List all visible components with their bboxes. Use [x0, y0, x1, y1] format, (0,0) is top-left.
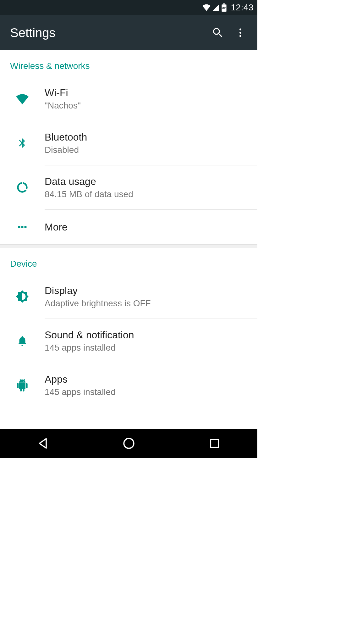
overflow-menu-button[interactable] — [229, 21, 252, 44]
row-subtitle: 145 apps installed — [45, 387, 252, 397]
row-subtitle: Disabled — [45, 145, 252, 155]
svg-rect-0 — [223, 3, 225, 4]
section-device: Device Display Adaptive brightness is OF… — [0, 248, 257, 407]
more-vert-icon — [235, 27, 246, 38]
wifi-icon — [15, 93, 29, 104]
section-header-wireless: Wireless & networks — [0, 50, 257, 77]
bell-icon — [16, 335, 28, 347]
wifi-status-icon — [202, 4, 211, 11]
status-bar: 82 12:43 — [0, 0, 257, 15]
page-title: Settings — [10, 26, 206, 40]
cell-signal-icon — [212, 4, 219, 11]
row-data-usage[interactable]: Data usage 84.15 MB of data used — [0, 165, 257, 209]
search-button[interactable] — [206, 21, 229, 44]
row-title: More — [45, 221, 252, 233]
search-icon — [211, 26, 224, 39]
row-subtitle: "Nachos" — [45, 101, 252, 111]
nav-recent-button[interactable] — [196, 434, 233, 453]
svg-point-7 — [21, 226, 23, 228]
row-sound-notification[interactable]: Sound & notification 145 apps installed — [0, 319, 257, 363]
data-usage-icon — [16, 181, 29, 194]
nav-home-button[interactable] — [110, 434, 148, 453]
row-apps[interactable]: Apps 145 apps installed — [0, 363, 257, 407]
app-bar: Settings — [0, 15, 257, 50]
more-horiz-icon — [16, 221, 29, 233]
nav-back-button[interactable] — [24, 434, 62, 453]
row-subtitle: 145 apps installed — [45, 343, 252, 353]
svg-point-3 — [239, 29, 241, 31]
row-title: Apps — [45, 374, 252, 385]
row-display[interactable]: Display Adaptive brightness is OFF — [0, 275, 257, 319]
home-circle-icon — [122, 437, 135, 450]
svg-point-8 — [24, 226, 26, 228]
row-subtitle: Adaptive brightness is OFF — [45, 298, 252, 308]
brightness-icon — [16, 290, 29, 303]
row-wifi[interactable]: Wi-Fi "Nachos" — [0, 77, 257, 121]
battery-icon: 82 — [221, 3, 227, 12]
svg-point-5 — [239, 35, 241, 37]
section-header-device: Device — [0, 248, 257, 275]
row-subtitle: 84.15 MB of data used — [45, 189, 252, 199]
section-divider — [0, 244, 257, 248]
svg-point-4 — [239, 32, 241, 34]
svg-point-6 — [18, 226, 20, 228]
svg-text:82: 82 — [222, 6, 226, 10]
row-title: Display — [45, 285, 252, 297]
row-title: Sound & notification — [45, 329, 252, 341]
android-icon — [16, 378, 29, 392]
settings-list[interactable]: Wireless & networks Wi-Fi "Nachos" — [0, 50, 257, 429]
section-wireless: Wireless & networks Wi-Fi "Nachos" — [0, 50, 257, 244]
svg-rect-10 — [211, 439, 218, 447]
svg-point-9 — [124, 438, 134, 448]
back-triangle-icon — [37, 437, 49, 450]
row-title: Data usage — [45, 176, 252, 187]
row-bluetooth[interactable]: Bluetooth Disabled — [0, 121, 257, 165]
recent-square-icon — [209, 437, 221, 449]
row-title: Wi-Fi — [45, 87, 252, 99]
row-title: Bluetooth — [45, 131, 252, 143]
status-clock: 12:43 — [231, 3, 254, 13]
navigation-bar — [0, 429, 257, 458]
bluetooth-icon — [17, 136, 28, 150]
row-more[interactable]: More — [0, 210, 257, 244]
